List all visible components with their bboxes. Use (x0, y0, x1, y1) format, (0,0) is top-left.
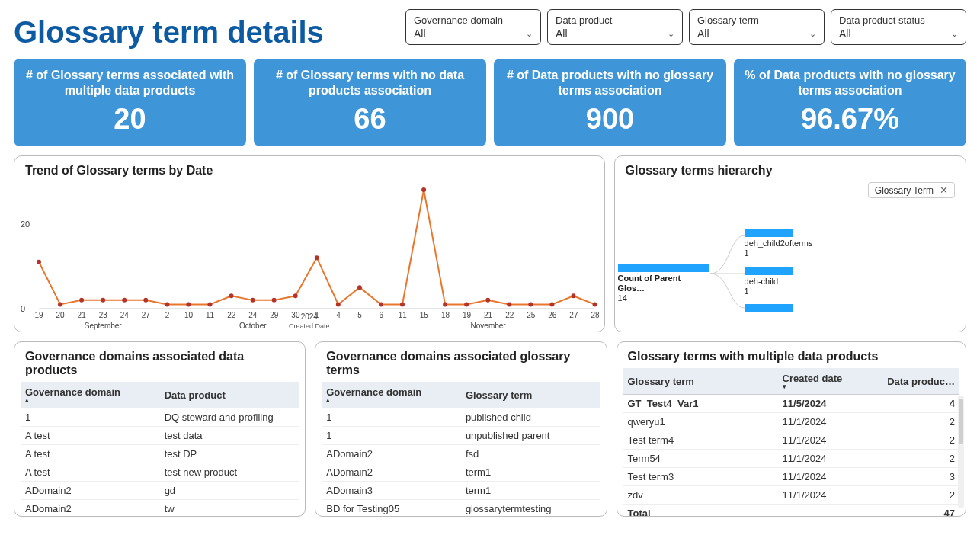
page-title: Glossary term details (14, 9, 396, 50)
x-tick: 19 (34, 311, 43, 319)
breadcrumb-label: Glossary Term (875, 185, 934, 196)
filter-dropdown[interactable]: All ⌄ (839, 27, 958, 40)
kpi-card-dp-no-gt[interactable]: # of Data products with no glossary term… (494, 59, 726, 146)
filter-data-product[interactable]: Data product All ⌄ (547, 9, 683, 45)
hierarchy-breadcrumb[interactable]: Glossary Term ✕ (868, 182, 955, 198)
hierarchy-child-node[interactable]: deh-child 1 (745, 268, 813, 296)
col-header[interactable]: Glossary term (623, 368, 778, 395)
col-header[interactable]: Glossary term (461, 382, 600, 408)
svg-point-3 (79, 298, 84, 303)
x-tick: 2 (165, 311, 170, 319)
kpi-card-no-dp[interactable]: # of Glossary terms with no data product… (254, 59, 486, 146)
table-cell: A test (21, 445, 160, 463)
kpi-label: # of Data products with no glossary term… (503, 66, 717, 100)
x-tick: 22 (505, 311, 514, 319)
table-cell: test new product (160, 463, 299, 482)
scrollbar[interactable] (958, 396, 964, 508)
svg-point-1 (37, 260, 41, 264)
x-tick: 19 (463, 311, 471, 319)
table-row[interactable]: 1DQ steward and profiling (21, 408, 299, 427)
x-tick: 24 (248, 311, 257, 319)
table-row[interactable]: ADomain2term1 (322, 463, 600, 482)
x-tick: 18 (441, 311, 450, 319)
hierarchy-parent-node[interactable]: Count of Parent Glos… 14 (618, 264, 709, 303)
x-tick: 6 (379, 311, 383, 319)
table-cell: DQ steward and profiling (160, 408, 299, 427)
chevron-down-icon: ⌄ (809, 29, 816, 39)
kpi-value: 66 (263, 103, 477, 136)
table-card-glossaryterms-multi-dp[interactable]: Glossary terms with multiple data produc… (617, 341, 967, 517)
table-cell: 2 (879, 450, 959, 468)
filter-value: All (697, 27, 709, 40)
col-header[interactable]: Governance domain▴ (21, 382, 160, 408)
x-tick: 15 (420, 311, 428, 319)
table-card-domains-dataproducts[interactable]: Governance domains associated data produ… (14, 341, 306, 517)
filter-label: Glossary term (697, 14, 816, 26)
kpi-card-multi-dp[interactable]: # of Glossary terms associated with mult… (14, 59, 246, 146)
table-row[interactable]: Test term411/1/20242 (623, 431, 960, 450)
kpi-card-pct-no-gt[interactable]: % of Data products with no glossary term… (734, 59, 966, 146)
table-row[interactable]: Test term311/1/20243 (623, 468, 960, 486)
filter-label: Governance domain (414, 14, 533, 26)
hierarchy-child-node[interactable]: deh_child2ofterms 1 (745, 229, 813, 258)
col-header[interactable]: Governance domain▴ (322, 382, 461, 408)
table-row[interactable]: BD for Testing05glossarytermtesting (322, 500, 600, 516)
filter-glossary-term[interactable]: Glossary term All ⌄ (689, 9, 825, 45)
svg-point-16 (357, 285, 362, 290)
scrollbar-thumb[interactable] (959, 399, 963, 444)
col-header[interactable]: Data produc… (879, 368, 959, 395)
trend-chart-plot[interactable]: 0201920212324272101122242930145611151819… (39, 190, 595, 309)
table-cell: Test term4 (623, 431, 778, 450)
table: Governance domain▴ Data product 1DQ stew… (21, 382, 299, 516)
filter-data-product-status[interactable]: Data product status All ⌄ (831, 9, 966, 45)
close-icon[interactable]: ✕ (940, 184, 948, 196)
table-row[interactable]: A testtest data (21, 427, 299, 445)
table-row[interactable]: 1unpublished parent (322, 427, 600, 445)
filter-dropdown[interactable]: All ⌄ (414, 27, 533, 40)
table-cell: 11/1/2024 (778, 431, 879, 450)
table-row[interactable]: GT_Test4_Var111/5/20244 (623, 395, 960, 413)
table-card-domains-glossaryterms[interactable]: Governance domains associated glossary t… (315, 341, 607, 517)
table-row[interactable]: ADomain2fsd (322, 445, 600, 463)
card-title: Governance domains associated data produ… (14, 342, 305, 382)
filter-value: All (414, 27, 426, 40)
table-row[interactable]: A testtest DP (21, 445, 299, 463)
table-cell: Term54 (623, 450, 778, 468)
svg-point-5 (122, 298, 127, 303)
table-cell: unpublished parent (461, 427, 600, 445)
table-cell: 3 (879, 468, 959, 486)
table-row[interactable]: 1published child (322, 408, 600, 427)
table-cell: gd (160, 482, 299, 500)
kpi-label: # of Glossary terms with no data product… (263, 66, 477, 100)
kpi-value: 96.67% (743, 103, 957, 136)
table-row[interactable]: A testtest new product (21, 463, 299, 482)
trend-chart-card[interactable]: Trend of Glossary terms by Date 02019202… (14, 155, 605, 332)
filters-bar: Governance domain All ⌄ Data product All… (405, 9, 966, 45)
svg-point-10 (229, 293, 234, 298)
kpi-label: # of Glossary terms associated with mult… (23, 66, 237, 100)
hierarchy-card[interactable]: Glossary terms hierarchy Glossary Term ✕… (614, 155, 966, 332)
filter-dropdown[interactable]: All ⌄ (697, 27, 816, 40)
svg-point-19 (421, 187, 426, 192)
svg-point-23 (507, 302, 511, 306)
table-row[interactable]: zdv11/1/20242 (623, 486, 960, 505)
table-row[interactable]: ADomain2tw (21, 500, 299, 516)
x-tick: 24 (120, 311, 129, 319)
hierarchy-child-node[interactable] (745, 304, 813, 313)
col-header[interactable]: Data product (160, 382, 299, 408)
svg-point-7 (165, 302, 169, 306)
node-value: 1 (745, 287, 813, 296)
kpi-label: % of Data products with no glossary term… (743, 66, 957, 100)
table-row[interactable]: ADomain2gd (21, 482, 299, 500)
table-row[interactable]: Term5411/1/20242 (623, 450, 960, 468)
table-row[interactable]: ADomain3term1 (322, 482, 600, 500)
table-cell: term1 (461, 463, 600, 482)
table-cell: 11/1/2024 (778, 468, 879, 486)
filter-dropdown[interactable]: All ⌄ (556, 27, 674, 40)
table-row[interactable]: qweryu111/1/20242 (623, 413, 960, 431)
col-header[interactable]: Created date▾ (778, 368, 879, 395)
table-total-row: Total47 (623, 505, 960, 516)
svg-point-22 (485, 298, 490, 303)
table-cell: Total (623, 505, 778, 516)
filter-governance-domain[interactable]: Governance domain All ⌄ (405, 9, 541, 45)
